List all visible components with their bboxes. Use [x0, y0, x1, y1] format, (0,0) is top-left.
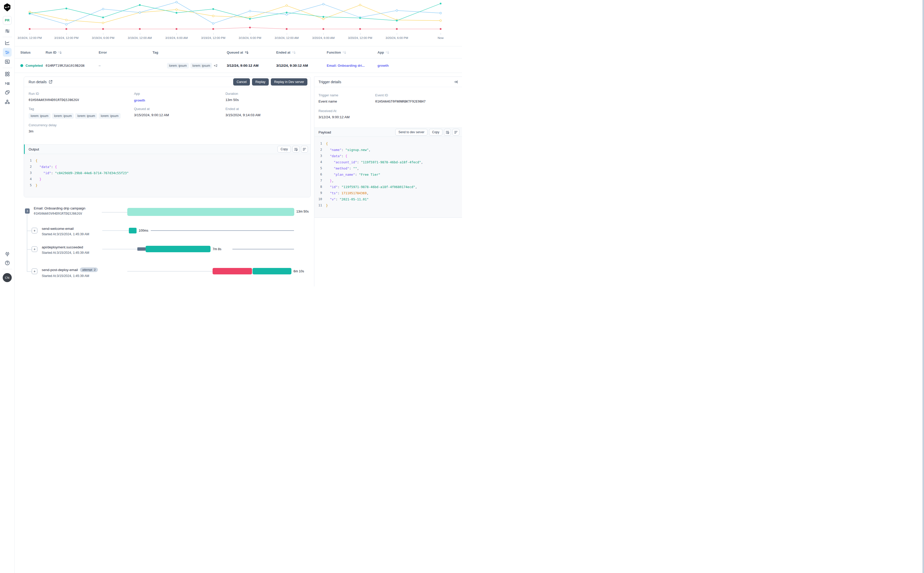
chart-point[interactable] [102, 28, 104, 30]
chart-point[interactable] [249, 10, 251, 12]
function-link[interactable]: Email: Onboarding dri... [327, 64, 365, 67]
run-table-row[interactable]: Completed 01HRPT19RJSA1019B2GN – lorem: … [15, 58, 462, 73]
copy-payload-button[interactable]: Copy [429, 129, 442, 136]
webhook-icon[interactable] [5, 99, 10, 105]
app-link[interactable]: growth [377, 64, 388, 67]
chart-point[interactable] [212, 8, 214, 10]
chart-point[interactable] [66, 8, 67, 9]
column-header-status[interactable]: Status [20, 50, 45, 54]
replay-dev-server-button[interactable]: Replay in Dev server [271, 78, 307, 86]
chart-point[interactable] [102, 22, 104, 24]
timeline-bar-success[interactable] [252, 268, 291, 274]
sort-icon[interactable] [292, 51, 296, 54]
chart-point[interactable] [176, 9, 177, 11]
chart-point[interactable] [212, 23, 214, 25]
inspect-icon[interactable] [5, 59, 10, 64]
chart-point[interactable] [212, 28, 214, 30]
chart-point[interactable] [176, 28, 177, 30]
events-icon[interactable] [5, 81, 10, 86]
timeline-bar-success[interactable] [129, 228, 136, 233]
chart-point[interactable] [440, 20, 442, 22]
wrap-text-button[interactable] [293, 146, 299, 152]
filters-icon[interactable] [5, 28, 10, 34]
column-header-app[interactable]: App [377, 50, 462, 54]
sort-icon[interactable] [385, 51, 389, 54]
payload-code-block[interactable]: 1{2 "name": "signup.new",3 "data": {4 "a… [314, 137, 462, 218]
chart-point[interactable] [396, 28, 398, 30]
timeline-connector [127, 271, 213, 272]
chart-point[interactable] [286, 28, 288, 30]
chart-point[interactable] [359, 28, 361, 30]
chart-point[interactable] [286, 14, 288, 16]
cancel-button[interactable]: Cancel [233, 78, 250, 86]
wrap-text-button[interactable] [444, 129, 451, 136]
chart-point[interactable] [139, 12, 141, 13]
chart-point[interactable] [396, 20, 398, 22]
sort-icon-active[interactable] [245, 51, 249, 54]
column-header-tag[interactable]: Tag [152, 50, 227, 54]
output-code-block[interactable]: 1{2 "data": {3 "id": "c8429dd9-29b8-44e6… [24, 154, 310, 197]
metrics-icon[interactable] [5, 40, 10, 45]
chart-point[interactable] [440, 28, 442, 30]
copy-output-button[interactable]: Copy [277, 146, 291, 152]
chart-point[interactable] [176, 1, 177, 3]
wrap-text-icon [294, 147, 298, 151]
chart-point[interactable] [440, 12, 442, 14]
chart-point[interactable] [396, 9, 398, 11]
dev-server-icon[interactable] [5, 251, 10, 257]
chart-point[interactable] [286, 5, 288, 6]
expand-step-button[interactable]: + [32, 246, 38, 252]
chart-point[interactable] [66, 28, 67, 30]
format-button[interactable] [301, 146, 308, 152]
collapse-panel-button[interactable] [454, 80, 458, 84]
chart-point[interactable] [102, 8, 104, 10]
output-title: Output [28, 147, 39, 151]
column-header-function[interactable]: Function [327, 50, 377, 54]
column-header-run-id[interactable]: Run ID [45, 50, 99, 54]
chart-point[interactable] [212, 15, 214, 17]
user-avatar[interactable]: CN [3, 273, 12, 282]
chart-point[interactable] [176, 12, 177, 14]
send-to-dev-server-button[interactable]: Send to dev server [395, 129, 428, 136]
chart-point[interactable] [139, 28, 141, 30]
sort-icon[interactable] [343, 51, 346, 54]
format-button[interactable] [453, 129, 459, 136]
chart-point[interactable] [66, 19, 67, 21]
apps-icon[interactable] [5, 71, 10, 77]
tags-more[interactable]: +2 [214, 64, 217, 67]
chart-point[interactable] [323, 3, 324, 5]
chart-point[interactable] [249, 18, 251, 20]
environment-badge[interactable]: PR [3, 16, 12, 25]
chart-point[interactable] [359, 4, 361, 6]
column-header-queued-at[interactable]: Queued at [227, 50, 276, 54]
external-link-icon[interactable] [49, 80, 53, 84]
chart-point[interactable] [66, 23, 67, 25]
chart-point[interactable] [440, 3, 442, 5]
column-header-error[interactable]: Error [99, 50, 152, 54]
timeline-bar-root[interactable] [127, 208, 294, 216]
chart-point[interactable] [29, 13, 31, 14]
timeline-bar-wait[interactable] [137, 247, 146, 251]
chart-point[interactable] [323, 28, 324, 30]
expand-step-button[interactable]: + [32, 228, 38, 233]
environments-icon[interactable] [5, 90, 10, 96]
column-header-ended-at[interactable]: Ended at [276, 50, 327, 54]
chart-point[interactable] [323, 16, 324, 18]
help-icon[interactable] [5, 260, 10, 266]
chart-point[interactable] [29, 28, 31, 30]
chart-point[interactable] [359, 17, 361, 19]
sort-icon[interactable] [58, 51, 62, 54]
app-link[interactable]: growth [134, 99, 145, 102]
chart-point[interactable] [139, 4, 141, 6]
expand-step-button[interactable]: + [32, 268, 38, 274]
chart-point[interactable] [102, 17, 104, 18]
timeline-bar-failed[interactable] [213, 268, 252, 274]
inngest-logo[interactable] [3, 3, 11, 11]
chart-point[interactable] [323, 18, 324, 20]
replay-button[interactable]: Replay [252, 78, 269, 86]
code-line: 6 "plan_name": "Free Tier" [314, 171, 462, 177]
chart-point[interactable] [249, 27, 251, 28]
chart-point[interactable] [286, 12, 288, 13]
timeline-bar-success[interactable] [146, 246, 210, 252]
sidebar-item-runs-active[interactable] [3, 48, 12, 57]
